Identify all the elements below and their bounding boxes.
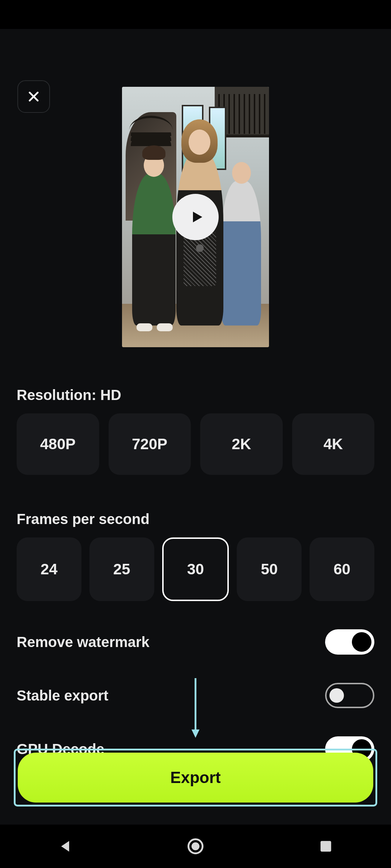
resolution-option-2k[interactable]: 2K <box>200 413 283 475</box>
home-icon <box>188 838 203 854</box>
export-settings-screen: Resolution: HD 480P 720P 2K 4K Frames pe… <box>0 29 391 825</box>
fps-option-24[interactable]: 24 <box>17 537 81 601</box>
fps-label: Frames per second <box>17 511 374 527</box>
resolution-label: Resolution: HD <box>17 387 374 403</box>
stable-export-label: Stable export <box>17 688 108 704</box>
video-preview-container <box>0 87 391 347</box>
resolution-options: 480P 720P 2K 4K <box>17 413 374 475</box>
export-button[interactable]: Export <box>18 753 373 803</box>
stable-export-toggle[interactable] <box>325 683 374 708</box>
play-button[interactable] <box>172 194 219 240</box>
close-button[interactable] <box>17 80 50 113</box>
nav-recents-button[interactable] <box>315 835 337 857</box>
video-preview[interactable] <box>122 87 269 347</box>
resolution-option-480p[interactable]: 480P <box>17 413 99 475</box>
remove-watermark-toggle[interactable] <box>325 629 374 655</box>
remove-watermark-label: Remove watermark <box>17 634 150 650</box>
fps-option-25[interactable]: 25 <box>89 537 154 601</box>
fps-option-60[interactable]: 60 <box>310 537 374 601</box>
remove-watermark-row: Remove watermark <box>17 629 374 655</box>
stable-export-row: Stable export <box>17 683 374 708</box>
system-navbar <box>0 825 391 868</box>
resolution-option-4k[interactable]: 4K <box>292 413 375 475</box>
svg-rect-4 <box>320 841 331 851</box>
fps-option-50[interactable]: 50 <box>237 537 302 601</box>
recents-icon <box>318 838 334 854</box>
close-icon <box>27 90 41 103</box>
resolution-option-720p[interactable]: 720P <box>109 413 191 475</box>
back-icon <box>57 838 73 854</box>
nav-home-button[interactable] <box>185 835 206 857</box>
export-settings: Resolution: HD 480P 720P 2K 4K Frames pe… <box>0 347 391 762</box>
play-icon <box>189 209 205 225</box>
fps-options: 24 25 30 50 60 <box>17 537 374 601</box>
export-button-highlight: Export <box>14 749 377 807</box>
fps-option-30[interactable]: 30 <box>162 537 229 601</box>
nav-back-button[interactable] <box>54 835 76 857</box>
